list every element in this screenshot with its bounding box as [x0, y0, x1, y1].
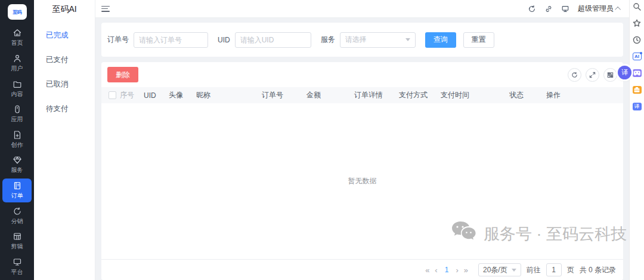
fullscreen-button[interactable]: [586, 68, 599, 82]
page-unit-label: 页: [567, 265, 574, 275]
total-records: 共 0 条记录: [580, 265, 616, 275]
next-page-button[interactable]: ›: [456, 266, 458, 275]
col-pay-time: 支付时间: [441, 90, 509, 100]
clip-icon: [13, 232, 22, 241]
platform-icon: [13, 257, 22, 267]
col-action: 操作: [546, 90, 623, 100]
submenu-item-unpaid[interactable]: 待支付: [34, 97, 95, 121]
user-icon: [13, 54, 22, 63]
col-nickname: 昵称: [196, 90, 262, 100]
service-icon: [13, 155, 22, 165]
goto-label: 前往: [527, 265, 541, 275]
secondary-sidebar: 至码AI 已完成 已支付 已取消 待支付: [34, 0, 95, 280]
table-refresh-icon: [571, 72, 578, 78]
chevron-down-icon: [405, 38, 410, 41]
browser-extension-strip: AI 译: [629, 0, 644, 280]
sidebar-item-clip[interactable]: 剪辑: [2, 229, 32, 254]
topbar: 超级管理员: [95, 0, 629, 18]
translate-extension-icon[interactable]: 译: [633, 102, 642, 111]
floating-translate-badge[interactable]: 译: [618, 66, 631, 79]
delete-button[interactable]: 删除: [107, 67, 138, 82]
refresh-icon[interactable]: [528, 5, 536, 13]
uid-label: UID: [218, 36, 230, 44]
order-no-input[interactable]: [134, 32, 208, 48]
col-status: 状态: [509, 90, 546, 100]
submenu-item-paid[interactable]: 已支付: [34, 48, 95, 72]
order-no-label: 订单号: [107, 35, 129, 45]
uid-input[interactable]: [235, 32, 311, 48]
toolbox-extension-icon[interactable]: [633, 85, 642, 94]
create-icon: [13, 130, 22, 140]
col-order-no: 订单号: [262, 90, 306, 100]
sidebar-item-home[interactable]: 首页: [2, 26, 32, 50]
col-amount: 金额: [306, 90, 354, 100]
content-area: 订单号 UID 服务 请选择 查询 重置 删除: [95, 18, 629, 280]
table-refresh-button[interactable]: [568, 68, 581, 82]
service-label: 服务: [321, 35, 335, 45]
search-form: 订单号 UID 服务 请选择 查询 重置: [101, 23, 623, 57]
collapse-menu-icon[interactable]: [101, 6, 110, 12]
empty-state: 暂无数据: [101, 103, 623, 259]
table-header-row: 序号 UID 头像 昵称 订单号 金额 订单详情 支付方式 支付时间 状态 操作: [101, 87, 623, 103]
primary-sidebar: 至码 首页 用户 内容 应用 创作 服务 订单: [0, 0, 34, 280]
query-button[interactable]: 查询: [425, 32, 456, 48]
col-uid: UID: [144, 91, 169, 100]
sidebar-item-create[interactable]: 创作: [2, 127, 32, 152]
col-avatar: 头像: [169, 90, 196, 100]
folder-icon: [13, 79, 22, 89]
main-area: 超级管理员 订单号 UID 服务 请选择 查询 重置: [95, 0, 629, 280]
fullscreen-icon: [589, 72, 596, 78]
first-page-button[interactable]: «: [425, 266, 429, 275]
col-order-detail: 订单详情: [354, 90, 399, 100]
brand-title: 至码AI: [34, 0, 95, 23]
select-all-checkbox[interactable]: [109, 91, 116, 99]
home-icon: [13, 28, 22, 38]
last-page-button[interactable]: »: [464, 266, 468, 275]
star-icon[interactable]: [633, 19, 642, 27]
sidebar-item-orders[interactable]: 订单: [2, 179, 32, 203]
app-logo[interactable]: 至码: [8, 4, 27, 20]
distribution-icon: [13, 207, 22, 216]
app-logo-text: 至码: [13, 9, 21, 16]
page-size-value: 20条/页: [483, 265, 507, 275]
page-size-select[interactable]: 20条/页: [478, 263, 521, 276]
ai-extension-icon[interactable]: AI: [633, 52, 642, 61]
search-icon[interactable]: [633, 2, 642, 11]
service-select-value: 请选择: [345, 35, 367, 45]
orders-table-card: 删除 序号: [101, 62, 623, 280]
reset-button[interactable]: 重置: [463, 32, 494, 48]
link-icon[interactable]: [544, 5, 553, 13]
admin-name: 超级管理员: [578, 4, 614, 14]
empty-text: 暂无数据: [348, 176, 377, 186]
chevron-down-icon: [512, 269, 516, 272]
app-window: 至码 首页 用户 内容 应用 创作 服务 订单: [0, 0, 644, 280]
submenu-item-cancelled[interactable]: 已取消: [34, 72, 95, 97]
service-select[interactable]: 请选择: [340, 32, 416, 48]
sidebar-item-apps[interactable]: 应用: [2, 102, 32, 127]
sidebar-item-content[interactable]: 内容: [2, 76, 32, 101]
pagination: « ‹ 1 › » 20条/页 前往 页 共 0 条记录: [101, 260, 623, 280]
column-settings-icon: [607, 72, 614, 78]
prev-page-button[interactable]: ‹: [435, 266, 437, 275]
chevron-up-icon: [615, 7, 621, 13]
current-page[interactable]: 1: [443, 266, 451, 274]
goto-page-input[interactable]: [546, 263, 562, 276]
app-icon: [13, 104, 22, 114]
sidebar-item-services[interactable]: 服务: [2, 153, 32, 177]
monitor-icon[interactable]: [561, 5, 569, 13]
sidebar-item-distribution[interactable]: 分销: [2, 204, 32, 228]
column-settings-button[interactable]: [603, 68, 617, 82]
sidebar-item-users[interactable]: 用户: [2, 51, 32, 76]
games-extension-icon[interactable]: [633, 69, 642, 78]
submenu-item-completed[interactable]: 已完成: [34, 23, 95, 48]
col-pay-method: 支付方式: [399, 90, 441, 100]
order-icon: [13, 181, 22, 190]
history-clock-icon[interactable]: [633, 35, 642, 44]
table-toolbar: 删除: [101, 62, 623, 87]
col-index: 序号: [120, 90, 144, 100]
sidebar-item-platform[interactable]: 平台: [2, 254, 32, 279]
admin-dropdown[interactable]: 超级管理员: [578, 4, 621, 14]
